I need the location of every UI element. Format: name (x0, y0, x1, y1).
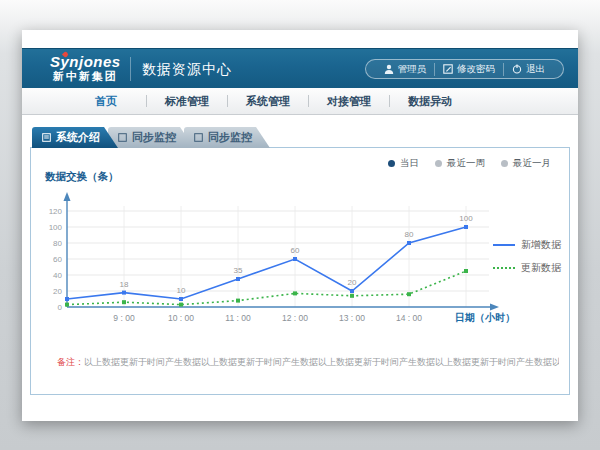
footnote-prefix: 备注： (57, 357, 84, 367)
tab-system-intro[interactable]: 系统介绍 (32, 127, 118, 148)
line-chart: 0204060801001209 : 0010 : 0011 : 0012 : … (41, 184, 521, 344)
svg-text:80: 80 (405, 230, 414, 239)
svg-text:120: 120 (49, 207, 63, 216)
svg-text:11 : 00: 11 : 00 (225, 313, 251, 323)
series-legend: 新增数据 更新数据 (493, 238, 561, 275)
tab-label: 系统介绍 (56, 127, 100, 148)
solid-line-icon (493, 244, 515, 246)
monitor-icon (118, 133, 127, 142)
tab-bar: 系统介绍 同步监控 同步监控 (32, 127, 270, 148)
user-icon (384, 64, 394, 74)
logo-subtext: 新中新集团 (50, 69, 121, 84)
nav-item-data-change[interactable]: 数据异动 (390, 94, 470, 109)
svg-text:20: 20 (348, 278, 357, 287)
svg-text:20: 20 (53, 287, 62, 296)
svg-text:14 : 00: 14 : 00 (396, 313, 422, 323)
tab-sync-monitor-1[interactable]: 同步监控 (108, 127, 194, 148)
main-nav: 首页 标准管理 系统管理 对接管理 数据异动 (22, 88, 578, 115)
radio-dot-icon (388, 160, 395, 167)
svg-text:100: 100 (459, 214, 473, 223)
radio-last-week[interactable]: 最近一周 (435, 157, 485, 170)
app-header: Synjones 新中新集团 数据资源中心 管理员 修改密码 退出 (22, 48, 578, 88)
y-axis-title: 数据交换（条） (45, 170, 119, 184)
content-panel: 当日 最近一周 最近一月 数据交换（条） 0204060801001209 : … (30, 147, 570, 395)
logout-label: 退出 (526, 63, 545, 76)
legend-label: 新增数据 (521, 238, 561, 252)
radio-last-month[interactable]: 最近一月 (501, 157, 551, 170)
svg-text:100: 100 (49, 223, 63, 232)
user-toolbar: 管理员 修改密码 退出 (365, 59, 565, 79)
svg-text:10: 10 (177, 286, 186, 295)
radio-label: 最近一月 (513, 157, 551, 170)
header-divider (130, 57, 131, 81)
dotted-line-icon (493, 267, 515, 269)
svg-text:80: 80 (53, 239, 62, 248)
legend-label: 更新数据 (521, 261, 561, 275)
radio-label: 最近一周 (447, 157, 485, 170)
company-logo: Synjones 新中新集团 (50, 53, 121, 84)
nav-item-system-mgmt[interactable]: 系统管理 (228, 94, 308, 109)
logo-text: Synjones (50, 53, 121, 70)
page-card: Synjones 新中新集团 数据资源中心 管理员 修改密码 退出 首页 标准管… (22, 30, 578, 421)
radio-label: 当日 (400, 157, 419, 170)
chart-area: 0204060801001209 : 0010 : 0011 : 0012 : … (41, 184, 521, 344)
nav-item-home[interactable]: 首页 (66, 94, 146, 109)
nav-item-standard-mgmt[interactable]: 标准管理 (147, 94, 227, 109)
radio-dot-icon (435, 160, 442, 167)
current-user[interactable]: 管理员 (376, 63, 435, 76)
tab-label: 同步监控 (208, 127, 252, 148)
svg-text:60: 60 (291, 246, 300, 255)
x-axis-title: 日期（小时） (455, 311, 515, 325)
nav-item-interface-mgmt[interactable]: 对接管理 (309, 94, 389, 109)
legend-item-new-data[interactable]: 新增数据 (493, 238, 561, 252)
page-title: 数据资源中心 (142, 49, 232, 89)
tab-label: 同步监控 (132, 127, 176, 148)
power-icon (512, 64, 522, 74)
svg-text:13 : 00: 13 : 00 (339, 313, 365, 323)
edit-icon (443, 64, 453, 74)
change-password-label: 修改密码 (457, 63, 495, 76)
legend-item-updated-data[interactable]: 更新数据 (493, 261, 561, 275)
svg-text:10 : 00: 10 : 00 (168, 313, 194, 323)
radio-today[interactable]: 当日 (388, 157, 419, 170)
tab-sync-monitor-2[interactable]: 同步监控 (184, 127, 270, 148)
footnote-text: 以上数据更新于时间产生数据以上数据更新于时间产生数据以上数据更新于时间产生数据以… (84, 357, 559, 367)
svg-text:12 : 00: 12 : 00 (282, 313, 308, 323)
radio-dot-icon (501, 160, 508, 167)
document-icon (42, 133, 51, 142)
time-range-filter: 当日 最近一周 最近一月 (388, 157, 551, 170)
logout-button[interactable]: 退出 (503, 63, 553, 76)
change-password-button[interactable]: 修改密码 (434, 63, 503, 76)
user-label: 管理员 (398, 63, 427, 76)
svg-text:9 : 00: 9 : 00 (113, 313, 135, 323)
svg-text:18: 18 (120, 280, 129, 289)
footnote: 备注：以上数据更新于时间产生数据以上数据更新于时间产生数据以上数据更新于时间产生… (57, 356, 559, 369)
svg-text:40: 40 (53, 271, 62, 280)
svg-text:0: 0 (58, 303, 63, 312)
monitor-icon (194, 133, 203, 142)
svg-text:60: 60 (53, 255, 62, 264)
svg-text:35: 35 (234, 266, 243, 275)
